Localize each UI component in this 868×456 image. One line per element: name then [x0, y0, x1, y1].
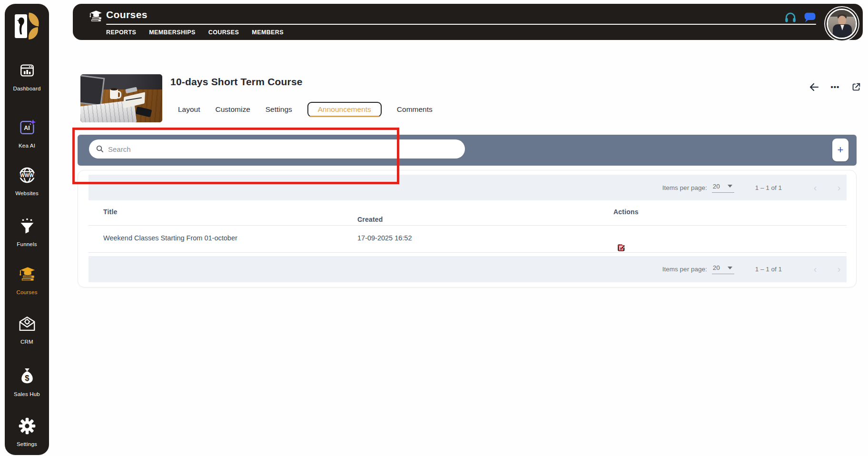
websites-icon: WWW [18, 166, 37, 185]
support-headset-icon[interactable] [784, 10, 797, 24]
more-options-icon[interactable]: ••• [829, 81, 841, 93]
chat-bubble-icon[interactable] [804, 11, 816, 23]
svg-text:$: $ [25, 374, 29, 383]
sidebar-item-label: Kea AI [19, 143, 35, 149]
sidebar-item-courses[interactable]: Courses [5, 265, 49, 295]
add-announcement-button[interactable]: + [832, 139, 848, 161]
title-underline [106, 24, 816, 25]
sidebar-item-sales-hub[interactable]: $ Sales Hub [5, 367, 49, 397]
courses-header-icon [88, 10, 103, 23]
divider [89, 252, 847, 253]
nav-item-memberships[interactable]: MEMBERSHIPS [149, 29, 195, 36]
sidebar-item-label: Websites [15, 190, 39, 196]
chevron-down-icon [728, 267, 732, 269]
table-header-row: Title Created↓ Actions [78, 200, 856, 225]
header-nav: REPORTS MEMBERSHIPS COURSES MEMBERS [106, 29, 284, 36]
tab-announcements[interactable]: Announcements [307, 102, 382, 117]
crm-icon [18, 314, 37, 333]
sidebar-item-label: CRM [20, 339, 33, 345]
tab-customize[interactable]: Customize [216, 102, 250, 117]
svg-text:WWW: WWW [20, 173, 34, 178]
open-in-new-icon[interactable] [850, 81, 862, 93]
announcements-toolbar: + [78, 135, 857, 166]
nav-item-reports[interactable]: REPORTS [106, 29, 136, 36]
pagination-bar-top: Items per page: 20 1 – 1 of 1 ‹ › [89, 175, 847, 200]
settings-gear-icon [18, 416, 37, 436]
sidebar-item-label: Courses [16, 289, 37, 295]
top-header: Courses REPORTS MEMBERSHIPS COURSES MEMB… [73, 4, 863, 40]
kea-ai-icon: AI [18, 118, 37, 137]
kea-bird-logo-icon [14, 13, 40, 40]
sidebar-item-kea-ai[interactable]: AI Kea AI [5, 118, 49, 149]
pagination-range: 1 – 1 of 1 [755, 266, 782, 273]
app-root: Dashboard AI Kea AI WWW [0, 0, 868, 456]
page-action-buttons: ••• [808, 81, 862, 93]
table-row: Weekend Classes Starting From 01-october… [78, 225, 856, 252]
announcement-created-cell: 17-09-2025 16:52 [357, 234, 412, 242]
leaf-icon [27, 27, 39, 40]
search-icon [96, 145, 104, 153]
leaf-icon [27, 12, 40, 26]
tab-comments[interactable]: Comments [397, 102, 433, 117]
items-per-page-value: 20 [713, 183, 720, 190]
items-per-page-select[interactable]: 20 [712, 264, 734, 274]
search-box [89, 139, 465, 159]
funnels-icon [18, 217, 37, 236]
chevron-down-icon [728, 185, 732, 188]
pagination-bar-bottom: Items per page: 20 1 – 1 of 1 ‹ › [89, 256, 847, 282]
next-page-button[interactable]: › [833, 182, 845, 193]
sales-hub-icon: $ [18, 367, 37, 386]
sidebar-item-label: Settings [17, 441, 37, 447]
user-avatar[interactable] [827, 9, 857, 39]
tab-settings[interactable]: Settings [266, 102, 292, 117]
app-logo[interactable] [5, 13, 49, 42]
sidebar-item-label: Funnels [17, 241, 37, 247]
announcement-title-cell[interactable]: Weekend Classes Starting From 01-october [103, 234, 237, 242]
column-header-actions: Actions [613, 208, 639, 216]
column-header-title[interactable]: Title [103, 208, 118, 216]
back-arrow-icon[interactable] [808, 81, 820, 93]
next-page-button[interactable]: › [833, 264, 845, 275]
sidebar: Dashboard AI Kea AI WWW [5, 4, 49, 455]
search-input[interactable] [108, 145, 458, 153]
course-thumbnail [80, 74, 162, 122]
dashboard-icon [18, 61, 37, 80]
items-per-page-select[interactable]: 20 [712, 183, 734, 193]
sidebar-item-label: Sales Hub [14, 391, 40, 397]
sidebar-item-label: Dashboard [13, 86, 40, 91]
pagination-range: 1 – 1 of 1 [755, 184, 782, 191]
nav-item-courses[interactable]: COURSES [208, 29, 239, 36]
announcements-table-card: Items per page: 20 1 – 1 of 1 ‹ › Title … [78, 170, 857, 287]
course-tabs: Layout Customize Settings Announcements … [178, 102, 433, 117]
previous-page-button[interactable]: ‹ [809, 182, 821, 193]
sort-descending-icon: ↓ [359, 216, 363, 223]
sidebar-item-funnels[interactable]: Funnels [5, 217, 49, 247]
page-title: Courses [106, 9, 148, 20]
items-per-page-value: 20 [713, 264, 720, 271]
items-per-page-label: Items per page: [662, 184, 707, 191]
delete-trash-icon[interactable] [616, 242, 626, 253]
nav-item-members[interactable]: MEMBERS [252, 29, 284, 36]
sidebar-item-dashboard[interactable]: Dashboard [5, 61, 49, 91]
sidebar-item-websites[interactable]: WWW Websites [5, 166, 49, 196]
course-title: 10-days Short Term Course [170, 76, 303, 88]
courses-icon [18, 265, 37, 284]
previous-page-button[interactable]: ‹ [809, 264, 821, 275]
items-per-page-label: Items per page: [662, 266, 707, 273]
tab-layout[interactable]: Layout [178, 102, 200, 117]
sidebar-item-settings[interactable]: Settings [5, 416, 49, 447]
sidebar-item-crm[interactable]: CRM [5, 314, 49, 345]
svg-text:AI: AI [24, 125, 30, 131]
bird-icon [16, 16, 26, 36]
